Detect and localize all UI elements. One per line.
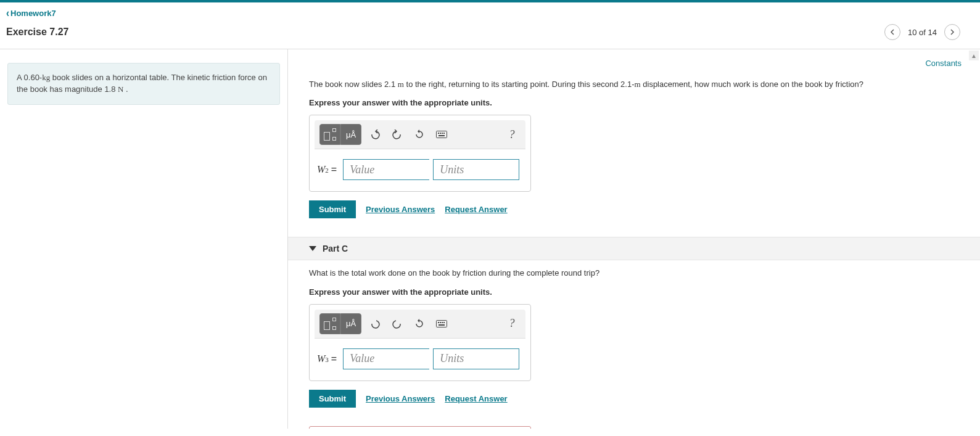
feedback-box: ✖ Incorrect; Try Again; 5 attempts remai… [309, 426, 531, 429]
svg-rect-5 [439, 135, 445, 136]
special-chars-button[interactable]: μÅ [340, 313, 361, 334]
submit-button[interactable]: Submit [309, 390, 356, 408]
previous-answers-link[interactable]: Previous Answers [366, 394, 435, 403]
partc-instruction: Express your answer with the appropriate… [309, 287, 965, 298]
scroll-up-icon[interactable]: ▲ [969, 51, 979, 60]
partb-question: The book now slides 2.1 m to the right, … [309, 79, 965, 90]
svg-rect-6 [437, 320, 447, 327]
template-icon [324, 318, 336, 330]
partc-input-row: W3= [310, 339, 530, 380]
help-button[interactable]: ? [503, 313, 521, 334]
undo-button[interactable] [366, 313, 384, 334]
problem-pane: A 0.60-kg book slides on a horizontal ta… [0, 49, 288, 429]
template-tool-button[interactable] [319, 124, 340, 145]
scrollbar[interactable]: ▲ [969, 51, 979, 427]
constants-link[interactable]: Constants [925, 59, 961, 68]
template-tool-button[interactable] [319, 313, 340, 334]
undo-button[interactable] [366, 124, 384, 145]
template-icon [324, 128, 336, 141]
svg-rect-3 [442, 133, 443, 134]
redo-button[interactable] [389, 313, 406, 334]
redo-button[interactable] [389, 124, 406, 145]
partc-toolbar: μÅ ? [315, 310, 525, 339]
partb-toolbar: μÅ ? [315, 120, 525, 149]
partb-answer-panel: μÅ ? W2= [309, 115, 531, 192]
request-answer-link[interactable]: Request Answer [445, 205, 507, 214]
previous-answers-link[interactable]: Previous Answers [366, 205, 435, 214]
svg-rect-2 [440, 133, 441, 134]
svg-rect-1 [438, 133, 439, 134]
svg-rect-0 [437, 131, 447, 138]
partc-answer-panel: μÅ ? W3= [309, 304, 531, 381]
exercise-header: Exercise 7.27 10 of 14 [0, 20, 980, 49]
workspace: A 0.60-kg book slides on a horizontal ta… [0, 49, 980, 429]
partb-input-row: W2= [310, 149, 530, 191]
partc-header[interactable]: Part C [288, 237, 980, 260]
submit-button[interactable]: Submit [309, 200, 356, 218]
next-item-button[interactable] [944, 24, 960, 40]
breadcrumb-label: Homework7 [10, 9, 56, 18]
chevron-down-icon [309, 246, 316, 251]
keyboard-button[interactable] [433, 313, 450, 334]
reset-button[interactable] [411, 124, 428, 145]
partc-value-input[interactable] [343, 348, 429, 369]
svg-rect-9 [442, 322, 443, 323]
partb-value-input[interactable] [343, 159, 429, 180]
help-button[interactable]: ? [503, 124, 521, 145]
answer-pane[interactable]: Constants The book now slides 2.1 m to t… [288, 49, 980, 429]
partb-instruction: Express your answer with the appropriate… [309, 97, 965, 109]
svg-rect-10 [443, 322, 445, 323]
partc-question: What is the total work done on the book … [309, 268, 965, 279]
pager-label: 10 of 14 [908, 28, 937, 37]
chevron-left-icon: ‹ [6, 6, 9, 19]
svg-rect-11 [439, 324, 445, 326]
page-title: Exercise 7.27 [5, 27, 68, 38]
partb-actions: Submit Previous Answers Request Answer [309, 200, 965, 218]
svg-rect-4 [443, 133, 445, 134]
problem-statement: A 0.60-kg book slides on a horizontal ta… [7, 63, 280, 105]
request-answer-link[interactable]: Request Answer [445, 394, 507, 403]
breadcrumb[interactable]: ‹Homework7 [0, 2, 980, 20]
svg-rect-8 [440, 322, 441, 323]
keyboard-button[interactable] [433, 124, 450, 145]
pager: 10 of 14 [884, 24, 973, 40]
partc-variable: W3= [317, 353, 339, 364]
partc-units-input[interactable] [433, 348, 519, 369]
partb-units-input[interactable] [433, 159, 519, 180]
partb-variable: W2= [317, 164, 339, 175]
special-chars-button[interactable]: μÅ [340, 124, 361, 145]
prev-item-button[interactable] [884, 24, 900, 40]
svg-rect-7 [438, 322, 439, 323]
reset-button[interactable] [411, 313, 428, 334]
partc-actions: Submit Previous Answers Request Answer [309, 390, 965, 408]
